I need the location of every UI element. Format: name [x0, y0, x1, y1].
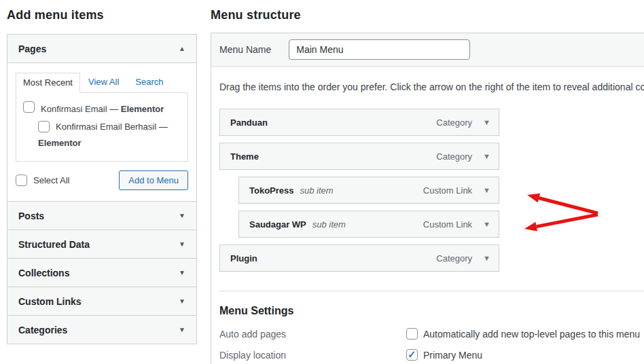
page-checkbox[interactable] [38, 121, 50, 132]
menu-name-input[interactable] [289, 39, 470, 60]
auto-add-pages-row: Auto add pages Automatically add new top… [219, 328, 644, 340]
accordion-section-posts: Posts ▼ [7, 201, 196, 230]
add-menu-items-heading: Add menu items [7, 8, 104, 22]
menu-item-list: Panduan Category ▼ Theme Category ▼ Toko… [219, 109, 499, 272]
collections-panel-header[interactable]: Collections ▼ [7, 259, 196, 287]
page-checklist-item[interactable]: Konfirmasi Email — Elementor [23, 101, 181, 117]
collections-panel-title: Collections [18, 268, 69, 278]
tab-most-recent[interactable]: Most Recent [16, 73, 80, 93]
menu-item-title: Saudagar WP [249, 219, 306, 230]
accordion-section-pages: Pages ▲ Most Recent View All Search Konf… [7, 35, 196, 201]
structured-data-panel-header[interactable]: Structured Data ▼ [7, 230, 196, 258]
display-location-label: Display location [219, 349, 406, 361]
menu-item-tokopress[interactable]: TokoPress sub item Custom Link ▼ [238, 177, 499, 204]
expand-item-arrow-icon[interactable]: ▼ [483, 152, 490, 160]
auto-add-pages-label: Auto add pages [219, 328, 406, 340]
pages-panel-footer: Select All Add to Menu [16, 170, 188, 190]
menu-item-title: Plugin [230, 253, 257, 263]
accordion-section-custom-links: Custom Links ▼ [7, 287, 196, 315]
expand-item-arrow-icon[interactable]: ▼ [483, 118, 490, 126]
pages-panel-header[interactable]: Pages ▲ [7, 35, 196, 62]
menu-item-type-label: Custom Link [423, 219, 472, 230]
primary-menu-checkbox-label: Primary Menu [423, 350, 482, 361]
accordion-section-structured-data: Structured Data ▼ [7, 230, 196, 258]
posts-panel-title: Posts [18, 211, 44, 221]
menu-name-row: Menu Name [211, 33, 644, 67]
menu-settings-section: Menu Settings Auto add pages Automatical… [219, 291, 644, 361]
menu-item-title: Theme [230, 151, 259, 162]
posts-panel-header[interactable]: Posts ▼ [7, 202, 196, 230]
page-checklist-item[interactable]: Konfirmasi Email Berhasil — Elementor [23, 119, 181, 151]
menu-item-saudagar-wp[interactable]: Saudagar WP sub item Custom Link ▼ [238, 211, 499, 238]
drag-instructions-text: Drag the items into the order you prefer… [211, 67, 644, 92]
display-location-control[interactable]: Primary Menu [406, 349, 482, 361]
custom-links-panel-title: Custom Links [18, 296, 82, 307]
sub-item-badge: sub item [312, 219, 346, 230]
menu-structure-panel: Menu Name Drag the items into the order … [211, 33, 644, 364]
categories-panel-header[interactable]: Categories ▼ [7, 316, 196, 344]
expand-item-arrow-icon[interactable]: ▼ [483, 220, 490, 228]
menu-item-title: Panduan [230, 117, 268, 128]
select-all-control[interactable]: Select All [16, 175, 69, 186]
auto-add-pages-control[interactable]: Automatically add new top-level pages to… [406, 328, 640, 340]
menu-item-type-label: Category [436, 253, 472, 263]
tab-view-all[interactable]: View All [80, 73, 127, 92]
add-menu-items-accordion: Pages ▲ Most Recent View All Search Konf… [7, 34, 197, 344]
accordion-section-collections: Collections ▼ [7, 258, 196, 287]
add-to-menu-button[interactable]: Add to Menu [119, 170, 188, 190]
primary-menu-checkbox[interactable] [406, 349, 418, 361]
menu-item-type-label: Custom Link [423, 185, 472, 196]
menu-item-theme[interactable]: Theme Category ▼ [219, 143, 499, 170]
accordion-section-categories: Categories ▼ [7, 315, 196, 344]
expand-arrow-icon[interactable]: ▼ [179, 297, 185, 305]
select-all-label: Select All [33, 175, 69, 185]
pages-panel-title: Pages [18, 43, 46, 54]
page-item-label: Konfirmasi Email — Elementor [41, 101, 164, 117]
wordpress-menu-editor: Add menu items Pages ▲ Most Recent View … [0, 0, 644, 364]
pages-panel-body: Most Recent View All Search Konfirmasi E… [7, 62, 196, 201]
menu-item-type-label: Category [436, 117, 472, 128]
categories-panel-title: Categories [18, 325, 67, 335]
menu-item-title: TokoPress [249, 185, 294, 196]
menu-settings-heading: Menu Settings [219, 305, 644, 317]
menu-item-plugin[interactable]: Plugin Category ▼ [219, 244, 499, 272]
auto-add-pages-checkbox-label: Automatically add new top-level pages to… [423, 329, 640, 340]
menu-item-panduan[interactable]: Panduan Category ▼ [219, 109, 499, 136]
pages-tabs: Most Recent View All Search [16, 73, 188, 92]
sub-item-badge: sub item [300, 185, 334, 196]
auto-add-pages-checkbox[interactable] [406, 328, 418, 340]
menu-structure-heading: Menu structure [211, 8, 301, 22]
display-location-row: Display location Primary Menu [219, 349, 644, 361]
expand-arrow-icon[interactable]: ▼ [179, 269, 185, 276]
menu-name-label: Menu Name [219, 44, 271, 55]
expand-item-arrow-icon[interactable]: ▼ [483, 254, 490, 262]
menu-item-type-label: Category [436, 151, 472, 162]
expand-arrow-icon[interactable]: ▼ [179, 212, 185, 219]
tab-search[interactable]: Search [127, 73, 171, 92]
expand-item-arrow-icon[interactable]: ▼ [483, 186, 490, 194]
expand-arrow-icon[interactable]: ▼ [179, 240, 185, 248]
page-item-label: Konfirmasi Email Berhasil — Elementor [38, 122, 168, 148]
structured-data-panel-title: Structured Data [18, 239, 90, 250]
custom-links-panel-header[interactable]: Custom Links ▼ [7, 287, 196, 315]
expand-arrow-icon[interactable]: ▼ [179, 326, 185, 333]
select-all-checkbox[interactable] [16, 175, 27, 186]
most-recent-pages-list: Konfirmasi Email — Elementor Konfirmasi … [16, 92, 188, 162]
collapse-arrow-icon[interactable]: ▲ [179, 45, 185, 52]
page-checkbox[interactable] [23, 101, 35, 113]
